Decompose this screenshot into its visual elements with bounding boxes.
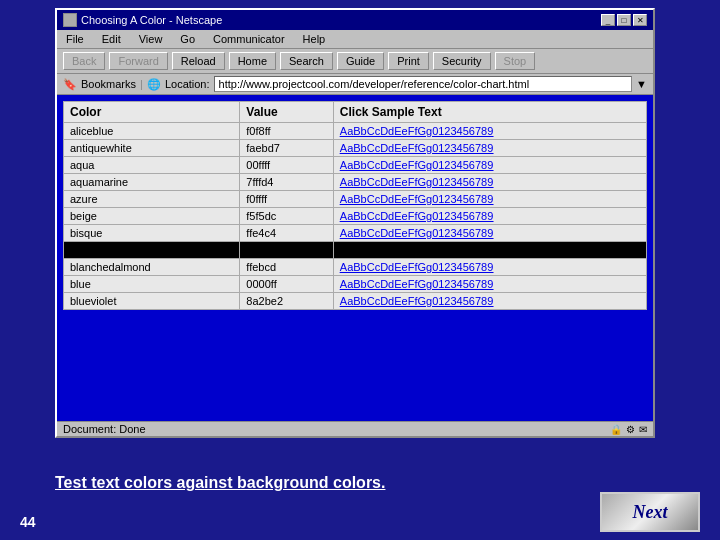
location-dropdown-icon[interactable]: ▼ [636,78,647,90]
stop-button[interactable]: Stop [495,52,536,70]
color-name-cell: antiquewhite [64,140,240,157]
menu-communicator[interactable]: Communicator [210,32,288,46]
location-separator: | [140,78,143,90]
reload-button[interactable]: Reload [172,52,225,70]
page-number: 44 [20,514,36,530]
print-button[interactable]: Print [388,52,429,70]
netscape-icon: 🌐 [147,78,161,91]
status-bar: Document: Done 🔒 ⚙ ✉ [57,421,653,436]
color-sample-cell[interactable]: AaBbCcDdEeFfGg0123456789 [333,157,646,174]
window-title: Choosing A Color - Netscape [81,14,222,26]
color-name-cell: black [64,242,240,259]
title-bar: Choosing A Color - Netscape _ □ ✕ [57,10,653,30]
color-sample-cell[interactable]: AaBbCcDdEeFfGg0123456789 [333,140,646,157]
content-area: Color Value Click Sample Text alicebluef… [57,95,653,421]
url-input[interactable] [214,76,633,92]
table-row: blue0000ffAaBbCcDdEeFfGg0123456789 [64,276,647,293]
table-row: beigef5f5dcAaBbCcDdEeFfGg0123456789 [64,208,647,225]
browser-window: Choosing A Color - Netscape _ □ ✕ File E… [55,8,655,438]
color-name-cell: beige [64,208,240,225]
bookmarks-label[interactable]: Bookmarks [81,78,136,90]
color-sample-cell[interactable]: AaBbCcDdEeFfGg0123456789 [333,276,646,293]
color-name-cell: azure [64,191,240,208]
security-status-icon: 🔒 [610,424,622,435]
color-value-cell: 0000ff [240,276,334,293]
table-row: aquamarine7fffd4AaBbCcDdEeFfGg0123456789 [64,174,647,191]
browser-icon [63,13,77,27]
component-icon: ⚙ [626,424,635,435]
color-name-cell: aliceblue [64,123,240,140]
color-name-cell: blueviolet [64,293,240,310]
color-name-cell: blue [64,276,240,293]
logo-area: Next [600,492,700,532]
security-button[interactable]: Security [433,52,491,70]
status-icons: 🔒 ⚙ ✉ [610,424,647,435]
color-sample-cell[interactable]: AaBbCcDdEeFfGg0123456789 [333,174,646,191]
table-row: aqua00ffffAaBbCcDdEeFfGg0123456789 [64,157,647,174]
menu-bar: File Edit View Go Communicator Help [57,30,653,49]
table-row: bisqueffe4c4AaBbCcDdEeFfGg0123456789 [64,225,647,242]
home-button[interactable]: Home [229,52,276,70]
bottom-caption: Test text colors against background colo… [55,474,385,492]
color-value-cell: f0f8ff [240,123,334,140]
color-sample-cell[interactable]: AaBbCcDdEeFfGg0123456789 [333,225,646,242]
color-name-cell: aqua [64,157,240,174]
table-row: blueviolet8a2be2AaBbCcDdEeFfGg0123456789 [64,293,647,310]
location-label: Location: [165,78,210,90]
table-row: black000000AaBbCcDdEeFfGg0123456789 [64,242,647,259]
color-sample-cell[interactable]: AaBbCcDdEeFfGg0123456789 [333,242,646,259]
col-header-color: Color [64,102,240,123]
forward-button[interactable]: Forward [109,52,167,70]
color-sample-cell[interactable]: AaBbCcDdEeFfGg0123456789 [333,208,646,225]
color-name-cell: bisque [64,225,240,242]
color-table: Color Value Click Sample Text alicebluef… [63,101,647,310]
table-row: blanchedalmondffebcdAaBbCcDdEeFfGg012345… [64,259,647,276]
menu-view[interactable]: View [136,32,166,46]
color-value-cell: 7fffd4 [240,174,334,191]
color-name-cell: blanchedalmond [64,259,240,276]
bookmarks-icon: 🔖 [63,78,77,91]
menu-edit[interactable]: Edit [99,32,124,46]
color-value-cell: f0ffff [240,191,334,208]
toolbar: Back Forward Reload Home Search Guide Pr… [57,49,653,74]
back-button[interactable]: Back [63,52,105,70]
search-button[interactable]: Search [280,52,333,70]
table-row: antiquewhitefaebd7AaBbCcDdEeFfGg01234567… [64,140,647,157]
color-value-cell: 8a2be2 [240,293,334,310]
color-value-cell: ffebcd [240,259,334,276]
col-header-sample: Click Sample Text [333,102,646,123]
color-value-cell: faebd7 [240,140,334,157]
location-bar: 🔖 Bookmarks | 🌐 Location: ▼ [57,74,653,95]
menu-go[interactable]: Go [177,32,198,46]
col-header-value: Value [240,102,334,123]
color-value-cell: 00ffff [240,157,334,174]
color-sample-cell[interactable]: AaBbCcDdEeFfGg0123456789 [333,293,646,310]
menu-help[interactable]: Help [300,32,329,46]
logo-text: Next [633,502,668,523]
guide-button[interactable]: Guide [337,52,384,70]
mail-icon: ✉ [639,424,647,435]
color-value-cell: ffe4c4 [240,225,334,242]
minimize-button[interactable]: _ [601,14,615,26]
close-button[interactable]: ✕ [633,14,647,26]
menu-file[interactable]: File [63,32,87,46]
status-text: Document: Done [63,423,146,435]
color-sample-cell[interactable]: AaBbCcDdEeFfGg0123456789 [333,191,646,208]
maximize-button[interactable]: □ [617,14,631,26]
color-value-cell: f5f5dc [240,208,334,225]
table-row: azuref0ffffAaBbCcDdEeFfGg0123456789 [64,191,647,208]
color-sample-cell[interactable]: AaBbCcDdEeFfGg0123456789 [333,123,646,140]
color-sample-cell[interactable]: AaBbCcDdEeFfGg0123456789 [333,259,646,276]
color-name-cell: aquamarine [64,174,240,191]
color-value-cell: 000000 [240,242,334,259]
table-row: alicebluef0f8ffAaBbCcDdEeFfGg0123456789 [64,123,647,140]
